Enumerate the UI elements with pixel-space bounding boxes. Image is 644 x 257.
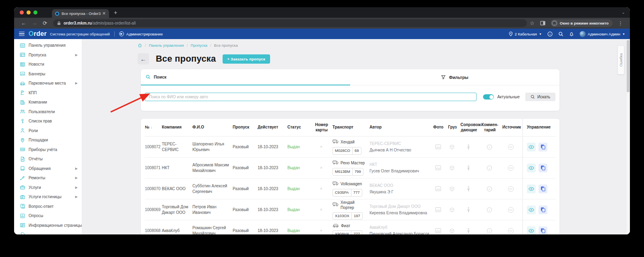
bookmark-star-icon[interactable]: ☆ bbox=[530, 20, 535, 26]
sidebar-item-info-pages[interactable]: Информационные страницы ▶ bbox=[14, 221, 82, 230]
sidebar-item-meters[interactable]: Приборы учёта ▶ bbox=[14, 145, 82, 155]
sidebar-item-appeals[interactable]: Обращения ▶ bbox=[14, 164, 82, 174]
cell-author: АкваКлуб Пиуновский Александр Борисович bbox=[369, 225, 432, 234]
new-tab-button[interactable]: + bbox=[114, 9, 117, 16]
license-plate: M028CO69 bbox=[332, 147, 361, 155]
scrollbar-thumb[interactable] bbox=[627, 40, 630, 92]
cargo-icon[interactable] bbox=[447, 144, 460, 150]
sidebar-item-faq[interactable]: Вопрос-ответ ▶ bbox=[14, 202, 82, 211]
sidebar-item-kpp[interactable]: КПП ▶ bbox=[14, 88, 82, 98]
view-button[interactable] bbox=[527, 143, 536, 151]
sidebar-item-roles[interactable]: Роли ▶ bbox=[14, 126, 82, 136]
comment-icon[interactable] bbox=[480, 165, 502, 171]
search-submit-button[interactable]: Искать bbox=[525, 93, 555, 101]
photo-icon[interactable] bbox=[432, 186, 447, 191]
duplicate-button[interactable] bbox=[539, 184, 547, 193]
comment-icon[interactable] bbox=[480, 186, 502, 192]
incognito-badge: Окно в режиме инкогнито bbox=[551, 19, 613, 27]
comment-icon[interactable] bbox=[480, 207, 502, 213]
table-body: 1008072 ТЕРЕС-СЕРВИС Шапоренко Илья Юрье… bbox=[145, 137, 555, 234]
view-button[interactable] bbox=[527, 226, 536, 235]
duplicate-button[interactable] bbox=[539, 226, 547, 235]
sidebar-item-rights[interactable]: Список прав ▶ bbox=[14, 116, 82, 126]
cell-manage bbox=[522, 137, 555, 157]
cell-number: 1008068 bbox=[145, 228, 162, 234]
photo-icon[interactable] bbox=[432, 165, 447, 170]
sidebar-item-repairs[interactable]: Ремонты ▶ bbox=[14, 173, 82, 183]
back-icon[interactable]: ← bbox=[21, 20, 26, 26]
escort-icon[interactable] bbox=[460, 207, 480, 213]
table-row[interactable]: 1008068 АкваКлуб Ромашкин Сергей Михайло… bbox=[145, 220, 555, 234]
cargo-icon[interactable] bbox=[447, 228, 460, 234]
sidebar-item-news[interactable]: Новости ▶ bbox=[14, 60, 82, 69]
cargo-icon[interactable] bbox=[447, 186, 460, 192]
view-button[interactable] bbox=[527, 164, 536, 172]
maximize-window-button[interactable] bbox=[33, 10, 37, 15]
sidebar-item-companies[interactable]: Компании ▶ bbox=[14, 97, 82, 107]
photo-icon[interactable] bbox=[432, 144, 447, 149]
browser-tab[interactable]: Все пропуска - Order3 ✕ bbox=[52, 9, 109, 18]
duplicate-button[interactable] bbox=[539, 143, 547, 151]
sidebar-item-banners[interactable]: Баннеры ▶ bbox=[14, 69, 82, 79]
breadcrumb-link-dashboard[interactable]: Панель управления bbox=[149, 43, 184, 48]
bell-icon[interactable] bbox=[569, 31, 574, 37]
sidebar-item-partial[interactable]: ▶ bbox=[14, 230, 82, 234]
actual-toggle[interactable] bbox=[483, 94, 494, 99]
escort-icon[interactable] bbox=[460, 165, 480, 171]
side-panel-icon[interactable] bbox=[540, 21, 545, 26]
sidebar-item-dashboard[interactable]: Панель управления ▶ bbox=[14, 41, 82, 50]
error-side-tab[interactable]: Ошибка bbox=[617, 46, 624, 75]
table-row[interactable]: 1008072 ТЕРЕС-СЕРВИС Шапоренко Илья Юрье… bbox=[145, 137, 555, 158]
table-row[interactable]: 1008070 ВЕКАС ООО Субботин Алексей Серге… bbox=[145, 178, 555, 199]
hamburger-menu-icon[interactable] bbox=[19, 32, 25, 36]
cargo-icon[interactable] bbox=[447, 207, 460, 213]
reload-icon[interactable]: ⟳ bbox=[43, 20, 47, 26]
photo-icon[interactable] bbox=[432, 207, 447, 212]
cargo-icon[interactable] bbox=[447, 165, 460, 171]
home-icon[interactable] bbox=[138, 43, 142, 48]
close-window-button[interactable] bbox=[20, 10, 24, 15]
comment-icon[interactable] bbox=[480, 228, 502, 234]
address-bar[interactable]: order3.mkm.ru/admin/pass-order/list-all bbox=[53, 19, 527, 27]
view-button[interactable] bbox=[527, 205, 536, 214]
escort-icon[interactable] bbox=[460, 186, 480, 192]
sidebar-item-hotel-services[interactable]: Услуги гостиницы ▶ bbox=[14, 192, 82, 202]
tab-search[interactable]: Поиск bbox=[141, 69, 350, 85]
sidebar-item-passes[interactable]: Пропуска ▶ bbox=[14, 50, 82, 60]
escort-icon[interactable] bbox=[460, 144, 480, 150]
column-header-number[interactable]: № ↓ bbox=[145, 125, 162, 130]
forward-icon[interactable]: → bbox=[32, 20, 37, 26]
search-icon[interactable] bbox=[558, 31, 564, 37]
browser-menu-icon[interactable]: ⋮ bbox=[618, 20, 623, 26]
search-input[interactable] bbox=[145, 93, 477, 101]
comment-icon[interactable] bbox=[480, 144, 502, 150]
browser-toolbar: ← → ⟳ order3.mkm.ru/admin/pass-order/lis… bbox=[14, 18, 630, 29]
minimize-window-button[interactable] bbox=[27, 10, 31, 15]
page-scrollbar[interactable] bbox=[626, 39, 630, 234]
sidebar-item-sites[interactable]: Площадки ▶ bbox=[14, 135, 82, 145]
role-icon bbox=[19, 128, 25, 134]
view-button[interactable] bbox=[527, 184, 536, 193]
back-button[interactable]: ← bbox=[138, 53, 149, 64]
table-row[interactable]: 1008069 Торговый Дом Дикарт ООО Петров И… bbox=[145, 199, 555, 220]
escort-icon[interactable] bbox=[460, 228, 480, 234]
location-selector[interactable]: 2 Кабельная ▼ bbox=[509, 31, 542, 36]
sidebar-item-reports[interactable]: Отчёты ▶ bbox=[14, 154, 82, 164]
sidebar-item-services[interactable]: Услуги ▶ bbox=[14, 183, 82, 193]
order-pass-button[interactable]: + Заказать пропуск bbox=[223, 54, 270, 64]
tabstrip-chevron-icon[interactable]: ⌄ bbox=[622, 10, 625, 15]
administration-link[interactable]: Администрирование bbox=[126, 32, 163, 36]
sidebar-item-parking[interactable]: Парковочные места ▶ bbox=[14, 79, 82, 88]
app-logo[interactable]: Order bbox=[29, 30, 47, 37]
tab-close-icon[interactable]: ✕ bbox=[102, 11, 106, 16]
sidebar-item-users[interactable]: Пользователи ▶ bbox=[14, 107, 82, 117]
photo-icon[interactable] bbox=[432, 228, 447, 233]
table-row[interactable]: 1008071 НКТ Абросимов Максим Михайлович … bbox=[145, 158, 555, 178]
sidebar-item-surveys[interactable]: Опросы ▶ bbox=[14, 211, 82, 221]
user-menu[interactable]: Админович Админ ▼ bbox=[580, 31, 625, 37]
duplicate-button[interactable] bbox=[539, 205, 547, 214]
info-icon[interactable] bbox=[547, 31, 553, 37]
duplicate-button[interactable] bbox=[539, 164, 547, 172]
tab-filters[interactable]: Фильтры bbox=[350, 69, 559, 85]
breadcrumb-link-passes[interactable]: Пропуска bbox=[191, 43, 208, 48]
